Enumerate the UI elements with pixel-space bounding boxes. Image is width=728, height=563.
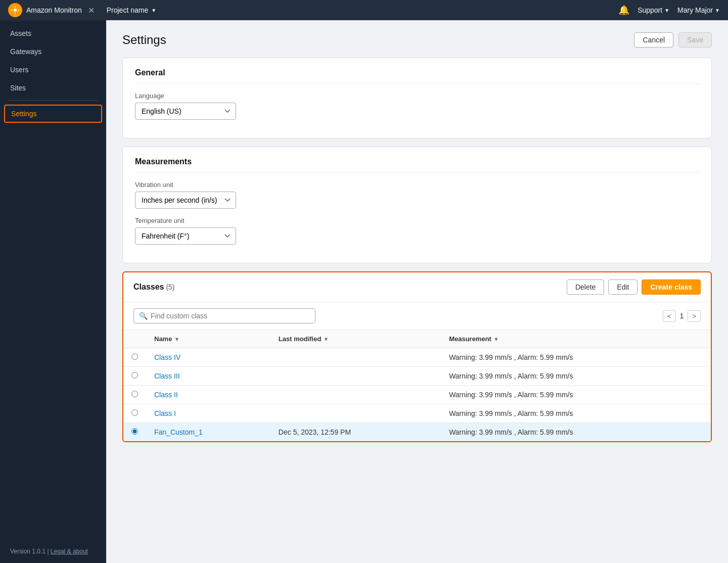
save-button[interactable]: Save <box>678 32 712 48</box>
classes-title: Classes <box>133 283 164 291</box>
language-select[interactable]: English (US) <box>135 103 236 120</box>
svg-point-1 <box>14 9 17 12</box>
temperature-form-group: Temperature unit Fahrenheit (F°) <box>135 217 699 245</box>
support-chevron-icon: ▼ <box>664 8 669 13</box>
class-link[interactable]: Fan_Custom_1 <box>154 428 203 436</box>
row-radio-cell <box>123 404 146 423</box>
app-icon <box>8 3 22 17</box>
row-last-modified-cell <box>270 367 441 386</box>
name-sort-icon[interactable]: ▼ <box>174 336 179 342</box>
cancel-button[interactable]: Cancel <box>634 32 673 48</box>
temperature-select[interactable]: Fahrenheit (F°) <box>135 227 236 245</box>
table-header: Name ▼ Last modified ▼ M <box>123 330 711 348</box>
measurements-card-title: Measurements <box>135 157 699 173</box>
general-card: General Language English (US) <box>122 58 712 138</box>
bell-icon[interactable]: 🔔 <box>618 5 629 16</box>
sidebar-item-users[interactable]: Users <box>0 61 106 79</box>
user-chevron-icon: ▼ <box>715 8 720 13</box>
search-input-wrap[interactable]: 🔍 <box>133 308 315 323</box>
row-radio-cell <box>123 386 146 404</box>
th-last-modified: Last modified ▼ <box>270 330 441 348</box>
search-input[interactable] <box>151 312 310 320</box>
class-link[interactable]: Class IV <box>154 353 180 361</box>
class-link[interactable]: Class I <box>154 409 176 417</box>
sidebar-divider <box>8 100 98 101</box>
pagination-next-button[interactable]: > <box>688 310 701 322</box>
version-text: Version 1.0.1 <box>10 548 46 555</box>
table-row: Class I Warning: 3.99 mm/s , Alarm: 5.99… <box>123 404 711 423</box>
row-last-modified-cell <box>270 348 441 367</box>
last-modified-sort-icon[interactable]: ▼ <box>323 336 329 342</box>
vibration-form-group: Vibration unit Inches per second (in/s) <box>135 181 699 209</box>
pagination-current-page: 1 <box>680 312 684 320</box>
row-measurement-cell: Warning: 3.99 mm/s , Alarm: 5.99 mm/s <box>441 386 711 404</box>
row-radio-input[interactable] <box>131 353 138 360</box>
language-label: Language <box>135 92 699 100</box>
pagination-prev-button[interactable]: < <box>663 310 676 322</box>
row-measurement-cell: Warning: 3.99 mm/s , Alarm: 5.99 mm/s <box>441 367 711 386</box>
project-selector[interactable]: Project name ▼ <box>103 4 160 16</box>
measurements-card: Measurements Vibration unit Inches per s… <box>122 147 712 263</box>
support-menu[interactable]: Support ▼ <box>638 6 669 14</box>
page-header: Settings Cancel Save <box>122 32 712 48</box>
row-last-modified-cell <box>270 404 441 423</box>
classes-table-body: Class IV Warning: 3.99 mm/s , Alarm: 5.9… <box>123 348 711 442</box>
th-name: Name ▼ <box>146 330 270 348</box>
class-link[interactable]: Class III <box>154 372 180 380</box>
pagination: < 1 > <box>663 310 701 322</box>
top-nav-right: 🔔 Support ▼ Mary Major ▼ <box>618 5 720 16</box>
row-name-cell: Class III <box>146 367 270 386</box>
project-name: Project name <box>107 6 148 14</box>
row-radio-cell <box>123 348 146 367</box>
table-row: Fan_Custom_1 Dec 5, 2023, 12:59 PM Warni… <box>123 423 711 442</box>
user-menu[interactable]: Mary Major ▼ <box>677 6 720 14</box>
classes-title-group: Classes (5) <box>133 283 175 292</box>
app-body: Assets Gateways Users Sites Settings Ver… <box>0 20 728 563</box>
sidebar-footer: Version 1.0.1 | Legal & about <box>0 540 106 563</box>
classes-card: Classes (5) Delete Edit Create class 🔍 <… <box>122 271 712 442</box>
project-chevron-icon: ▼ <box>151 8 156 13</box>
sidebar-item-sites[interactable]: Sites <box>0 79 106 97</box>
support-label: Support <box>638 6 662 14</box>
row-radio-input[interactable] <box>131 409 138 416</box>
row-name-cell: Class IV <box>146 348 270 367</box>
top-nav: Amazon Monitron ✕ Project name ▼ 🔔 Suppo… <box>0 0 728 20</box>
sidebar-item-settings[interactable]: Settings <box>4 105 102 123</box>
sidebar-item-gateways[interactable]: Gateways <box>0 42 106 61</box>
page-title: Settings <box>122 33 166 47</box>
edit-button[interactable]: Edit <box>608 279 638 295</box>
app-logo[interactable]: Amazon Monitron <box>8 3 82 17</box>
classes-table: Name ▼ Last modified ▼ M <box>123 330 711 441</box>
vibration-select[interactable]: Inches per second (in/s) <box>135 192 236 209</box>
row-radio-cell <box>123 367 146 386</box>
row-radio-input[interactable] <box>131 372 138 379</box>
table-row: Class III Warning: 3.99 mm/s , Alarm: 5.… <box>123 367 711 386</box>
row-name-cell: Fan_Custom_1 <box>146 423 270 442</box>
row-measurement-cell: Warning: 3.99 mm/s , Alarm: 5.99 mm/s <box>441 348 711 367</box>
row-last-modified-cell <box>270 386 441 404</box>
th-radio <box>123 330 146 348</box>
row-radio-input[interactable] <box>131 391 138 397</box>
close-icon[interactable]: ✕ <box>88 6 95 15</box>
temperature-label: Temperature unit <box>135 217 699 224</box>
row-name-cell: Class I <box>146 404 270 423</box>
search-bar: 🔍 < 1 > <box>123 302 711 330</box>
table-row: Class IV Warning: 3.99 mm/s , Alarm: 5.9… <box>123 348 711 367</box>
measurement-sort-icon[interactable]: ▼ <box>493 336 499 342</box>
main-content: Settings Cancel Save General Language En… <box>106 20 728 563</box>
legal-about-link[interactable]: Legal & about <box>51 548 88 555</box>
user-name: Mary Major <box>677 6 713 14</box>
create-class-button[interactable]: Create class <box>642 279 701 295</box>
language-form-group: Language English (US) <box>135 92 699 120</box>
delete-button[interactable]: Delete <box>567 279 604 295</box>
row-radio-input[interactable] <box>131 428 138 435</box>
vibration-label: Vibration unit <box>135 181 699 189</box>
sidebar-item-assets[interactable]: Assets <box>0 24 106 42</box>
row-last-modified-cell: Dec 5, 2023, 12:59 PM <box>270 423 441 442</box>
page-header-actions: Cancel Save <box>634 32 712 48</box>
search-icon: 🔍 <box>139 312 148 320</box>
row-measurement-cell: Warning: 3.99 mm/s , Alarm: 5.99 mm/s <box>441 404 711 423</box>
row-name-cell: Class II <box>146 386 270 404</box>
class-link[interactable]: Class II <box>154 391 178 399</box>
row-radio-cell <box>123 423 146 442</box>
